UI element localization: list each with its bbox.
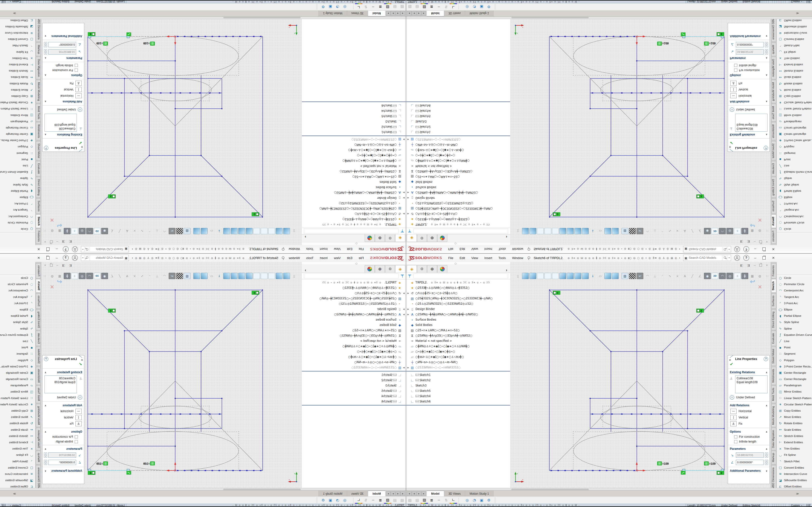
menu-item-circular-sketch-pattern[interactable]: ∗Circular Sketch Pattern (0, 401, 35, 407)
tab-nav-icon[interactable]: ▶ (421, 11, 426, 16)
new-doc-icon[interactable]: ▯ (291, 228, 298, 234)
tab-weldments[interactable]: Weldments (36, 367, 41, 385)
menu-window[interactable]: Window (289, 247, 300, 251)
menu-insert[interactable]: Insert (484, 256, 492, 260)
search-dropdown-icon[interactable]: ▾ (81, 255, 85, 261)
publish-icon[interactable]: ▣ (327, 4, 334, 10)
arc-tool-icon[interactable]: ◠ (644, 273, 651, 279)
splitter-knob[interactable] (455, 242, 457, 244)
graphics-area[interactable]: ◧◨–× ▯↓▭▤↩◠⊥◜∿×A╱∠◉3D◠◎▯╋▦◍∷ (41, 262, 302, 488)
angle-spinner[interactable]: ▴▾ (44, 42, 47, 47)
menu-item-spline[interactable]: ∿Spline (0, 326, 35, 332)
menu-item-parallelogram[interactable]: ▱Parallelogram (0, 382, 35, 388)
menu-item-fit-spline[interactable]: ◡Fit Spline (0, 452, 35, 458)
view-sketches-icon[interactable]: ◉ (101, 228, 108, 234)
boundary-boss-icon[interactable] (231, 273, 238, 279)
menu-window[interactable]: Window (289, 256, 300, 260)
relation-entry[interactable]: Equal length109 (46, 123, 75, 127)
doc-restore-icon[interactable] (759, 264, 762, 267)
tab-motion-study-1[interactable]: Motion Study 1 (318, 10, 347, 16)
tree-root-item[interactable]: ◈ TЯPDL2. ◎ Ǝ≡ ◎ Ш ◎ ◎ ◎ ╋ ◎ ƆC ◎ Ǝ≡ ◎ ∙… (302, 280, 406, 285)
menu-item-extend-entities[interactable]: ⊢Extend Entities (777, 439, 812, 445)
checkbox-icon[interactable] (75, 440, 78, 443)
menu-item-spline[interactable]: ∿Spline (777, 326, 812, 332)
revolve-boss-icon[interactable] (276, 228, 283, 234)
horizontal-icon[interactable]: — (75, 94, 82, 99)
menu-item-linear-sketch-pattern[interactable]: ∷Linear Sketch Pattern (0, 106, 35, 112)
search-box[interactable]: ▣ ▾ (81, 255, 129, 261)
splitter-knob[interactable] (355, 242, 357, 244)
fix-icon[interactable]: ⚓ (75, 81, 82, 86)
tab-direct-editing[interactable]: Direct Editing (771, 309, 776, 330)
arc-tool-icon[interactable]: ◠ (161, 228, 168, 234)
text-tool-icon[interactable]: A (681, 273, 688, 279)
tree-item-sketch[interactable]: ∟(-) Sketch5 (406, 388, 510, 394)
menu-item-convert-entities[interactable]: ▢Convert Entities (0, 36, 35, 43)
tree-item-equations[interactable]: Σ○25ИN◎∘╋Α∩ρ3Ǝ○∘○Ǝ3ρ∩Α╋∘◎NИ52○ (302, 169, 406, 174)
rollback-bar[interactable] (302, 135, 406, 136)
account-icon[interactable] (734, 246, 740, 252)
menu-item-mirror-entities[interactable]: ◫Mirror Entities (777, 112, 812, 118)
tree-item-sketch[interactable]: ∟(-) Sketch1 (406, 372, 510, 378)
menu-item-rotate-entities[interactable]: ↻Rotate Entities (0, 80, 35, 87)
tree-item-folder-lock[interactable]: ▶▧○253ƎИNΑ∩∙○∘○∙∩ΑNИƎ352○ (302, 365, 406, 370)
zoom-level-dropdown[interactable]: Custom ▴ (8, 0, 23, 3)
add-relation-horizontal[interactable]: —Horizontal (728, 408, 769, 414)
tree-item-notes[interactable]: ▨○25∙∩∗♙ΑM○∘○MΑ♙∗∩∙52○ (406, 328, 510, 333)
chevron-down-icon[interactable]: ∨ (45, 35, 46, 38)
displaymanager-tab[interactable] (365, 265, 375, 273)
tab-nav-icon[interactable]: ◀ (412, 11, 416, 16)
menu-item-extend-entities[interactable]: ⊢Extend Entities (777, 62, 812, 68)
doc-minimize-icon[interactable]: – (57, 264, 58, 267)
ok-button[interactable]: ✔ (43, 139, 84, 145)
section-additional-parameters[interactable]: Additional Parameters ∨ (728, 34, 769, 39)
tab-mbd-dimensions[interactable]: MBD Dimensions (36, 16, 41, 42)
pin-icon[interactable] (527, 248, 530, 251)
menu-item-centerpoint-arc[interactable]: ◠Centerpoint Arc (0, 213, 35, 219)
cancel-sketch-icon[interactable]: × (50, 283, 54, 291)
option-infinite-length[interactable]: Infinite length (43, 439, 84, 444)
tab-mold-tools[interactable]: Mold Tools (771, 386, 776, 403)
help-icon[interactable]: ? (63, 246, 69, 252)
featuremanager-tree-tab[interactable]: ◈ (407, 265, 417, 273)
angle-spinner[interactable]: ▴▾ (44, 460, 47, 465)
filter-icon[interactable] (400, 274, 404, 278)
menu-item-line[interactable]: ╱Line (0, 338, 35, 344)
filter-field[interactable] (304, 274, 399, 278)
menu-item-sketch-fillet[interactable]: ◝Sketch Fillet (777, 458, 812, 464)
collapse-chevron-icon[interactable]: ≫ (796, 492, 799, 495)
scrollbar-thumb[interactable] (223, 17, 301, 18)
revolve-cut-icon[interactable] (253, 228, 260, 234)
tree-item-sketch-active[interactable]: ∟(-) Sketch6 (302, 399, 406, 404)
lofted-boss-icon[interactable] (567, 273, 574, 279)
tree-item-notes[interactable]: ▨○25∙∩∗♙ΑM○∘○MΑ♙∗∩∙52○ (302, 174, 406, 179)
boundary-boss-icon[interactable] (574, 228, 581, 234)
tree-item-surface-bodies[interactable]: ◗Surface Bodies (406, 185, 510, 190)
checkbox-icon[interactable] (734, 69, 737, 72)
menu-item-move-entities[interactable]: ↗Move Entities (777, 87, 812, 93)
close-button[interactable]: × (38, 247, 40, 251)
exit-sketch-icon[interactable]: ↩ (169, 273, 175, 279)
view-sketches-icon[interactable]: ◉ (704, 273, 711, 279)
configurationmanager-tab[interactable]: ⊕ (427, 234, 437, 242)
tab-3d-views[interactable]: 3D Views (347, 10, 368, 16)
menu-edit[interactable]: Edit (460, 256, 465, 260)
menu-insert[interactable]: Insert (484, 247, 492, 251)
doc-close-icon[interactable]: × (766, 264, 768, 267)
menu-item-ellipse[interactable]: ○Ellipse (777, 306, 812, 313)
add-relation-vertical[interactable]: |Vertical (43, 87, 84, 93)
insert-part-icon[interactable]: ↓ (216, 273, 222, 279)
section-options[interactable]: Options ∧ (43, 429, 84, 434)
exit-sketch-icon[interactable]: ↩ (750, 222, 755, 229)
ok-button[interactable]: ✔ (728, 139, 769, 145)
relation-badge-parallel-bottom[interactable]: 3 (88, 32, 95, 36)
tree-root-item[interactable]: ◈ TЯPDL2. ◎ Ǝ≡ ◎ Ш ◎ ◎ ◎ ╋ ◎ ƆC ◎ Ǝ≡ ◎ ∙… (406, 280, 510, 285)
tab-markup[interactable]: Markup (36, 451, 41, 464)
close-button[interactable]: × (38, 256, 40, 260)
hole-wizard-icon[interactable] (261, 228, 267, 234)
view-points-icon[interactable]: ◎ (726, 228, 733, 234)
featuremanager-tree-tab[interactable]: ◈ (395, 265, 405, 273)
tree-item-plane[interactable]: ▱○╋ɜs∂∘♙○∗◉[○∘○]◉∗○♙∘∂sɜ╋○ (302, 354, 406, 359)
length-spinner[interactable]: ▴▾ (44, 49, 47, 55)
tree-item-design-binder[interactable]: ▶▯Design Binder (302, 306, 406, 312)
